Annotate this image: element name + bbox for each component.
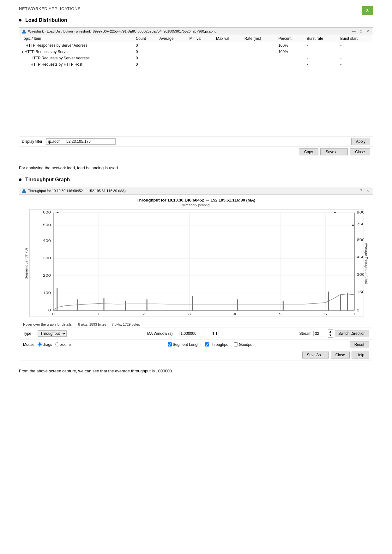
save-as-button[interactable]: Save as... xyxy=(320,148,348,155)
load-distribution-titlebar: Wireshark - Load Distribution - wireshar… xyxy=(19,28,373,35)
stream-stepper[interactable]: ▲▼ xyxy=(328,329,333,338)
tp-save-as-button[interactable]: Save As... xyxy=(302,352,329,358)
goodput-checkbox-label[interactable]: Goodput xyxy=(234,342,253,347)
tp-titlebar-controls[interactable]: ? × xyxy=(359,189,370,193)
segment-length-checkbox-label[interactable]: Segment Length xyxy=(168,342,201,347)
svg-text:0: 0 xyxy=(52,312,54,316)
row-count: 0 xyxy=(133,55,157,61)
tp-close-window-btn[interactable]: × xyxy=(365,189,370,193)
svg-text:4: 4 xyxy=(233,312,236,316)
filter-input[interactable] xyxy=(46,138,116,145)
segment-bar xyxy=(340,295,341,310)
titlebar-controls[interactable]: — □ × xyxy=(351,29,370,33)
svg-text:2: 2 xyxy=(143,312,145,316)
throughput-graph-title: Throughput Graph xyxy=(25,177,70,183)
row-percent xyxy=(276,55,304,61)
svg-text:100: 100 xyxy=(43,291,51,295)
throughput-checkbox[interactable] xyxy=(205,342,209,346)
expand-icon[interactable]: ▾ xyxy=(22,50,23,54)
reset-button[interactable]: Reset xyxy=(350,341,369,348)
svg-text:0: 0 xyxy=(48,308,51,312)
load-distribution-window-title: Wireshark - Load Distribution - wireshar… xyxy=(28,29,216,33)
zooms-radio[interactable] xyxy=(55,342,59,346)
svg-text:0: 0 xyxy=(357,308,359,312)
zooms-radio-label[interactable]: zooms xyxy=(55,342,71,347)
row-percent: 100% xyxy=(276,42,304,49)
row-maxval xyxy=(214,49,242,55)
drags-radio-label[interactable]: drags xyxy=(38,342,52,347)
apply-button[interactable]: Apply xyxy=(351,138,370,145)
svg-text:1: 1 xyxy=(97,312,100,316)
table-row[interactable]: HTTP Requests by HTTP Host 0 - - xyxy=(19,61,373,68)
stream-input[interactable] xyxy=(313,331,326,336)
row-burstrate: - xyxy=(304,55,338,61)
svg-text:4500: 4500 xyxy=(357,255,364,259)
col-header-maxval: Max val xyxy=(214,35,242,42)
row-topic: HTTP Requests by Server Address xyxy=(19,55,133,61)
copy-button[interactable]: Copy xyxy=(299,148,318,155)
svg-text:300: 300 xyxy=(43,256,51,260)
maximize-btn[interactable]: □ xyxy=(359,29,364,33)
svg-text:200: 200 xyxy=(43,274,51,277)
row-count: 0 xyxy=(133,61,157,68)
segment-length-label: Segment Length xyxy=(173,342,201,347)
row-maxval xyxy=(214,55,242,61)
svg-text:6000: 6000 xyxy=(357,238,364,242)
goodput-checkbox[interactable] xyxy=(234,342,238,346)
throughput-checkbox-label[interactable]: Throughput xyxy=(205,342,229,347)
table-row[interactable]: HTTP Requests by Server Address 0 - - xyxy=(19,55,373,61)
segment-bar xyxy=(103,298,104,310)
col-header-burststart: Burst start xyxy=(338,35,373,42)
drags-radio[interactable] xyxy=(38,342,42,346)
bullet-icon-2 xyxy=(19,178,21,181)
zooms-label: zooms xyxy=(60,342,71,347)
minimize-btn[interactable]: — xyxy=(351,29,357,33)
ma-window-input[interactable] xyxy=(179,331,204,336)
tp-wireshark-icon xyxy=(22,189,26,193)
tp-close-button[interactable]: Close xyxy=(331,352,350,358)
tp-help-button[interactable]: Help xyxy=(352,352,369,358)
row-topic: HTTP Requests by HTTP Host xyxy=(19,61,133,68)
row-burstrate: - xyxy=(304,49,338,55)
svg-text:Time (s): Time (s) xyxy=(194,316,213,316)
filter-left: Display filter: xyxy=(22,138,351,145)
throughput-window-title: Throughput for 10.10.30.146:60452 → 152.… xyxy=(28,189,126,193)
segment-length-checkbox[interactable] xyxy=(168,342,172,346)
col-header-ratems: Rate (ms) xyxy=(242,35,276,42)
controls-row-2: Mouse drags zooms Segment Length xyxy=(19,340,373,350)
body-text-1: For analysing the network load, load bal… xyxy=(19,165,373,171)
chart-container: Segment Length (B) xyxy=(23,209,369,318)
row-minval xyxy=(187,61,214,68)
checkbox-group: Segment Length Throughput Goodput xyxy=(168,342,254,347)
row-average xyxy=(157,42,187,49)
row-topic: HTTP Responses by Server Address xyxy=(19,42,133,49)
close-window-btn[interactable]: × xyxy=(365,29,370,33)
svg-text:7500: 7500 xyxy=(357,222,364,226)
load-distribution-window: Wireshark - Load Distribution - wireshar… xyxy=(19,27,373,157)
table-row[interactable]: HTTP Responses by Server Address 0 100% … xyxy=(19,42,373,49)
help-window-btn[interactable]: ? xyxy=(359,189,364,193)
drags-label: drags xyxy=(43,342,52,347)
svg-text:600: 600 xyxy=(43,210,51,214)
chart-inner[interactable]: 0 100 200 300 400 500 600 0 1500 3000 45… xyxy=(29,209,364,318)
row-count: 0 xyxy=(133,49,157,55)
y-axis-right-label: Average Throughput (bit/s) xyxy=(364,209,369,318)
svg-text:500: 500 xyxy=(43,223,51,227)
close-button[interactable]: Close xyxy=(350,148,370,155)
table-row[interactable]: ▾HTTP Requests by Server 0 100% - - xyxy=(19,49,373,55)
col-header-minval: Min val xyxy=(187,35,214,42)
data-point xyxy=(57,212,58,213)
tp-titlebar-left: Throughput for 10.10.30.146:60452 → 152.… xyxy=(22,189,126,193)
type-select[interactable]: Throughput xyxy=(38,330,67,337)
chart-title: Throughput for 10.10.30.146:60452 → 152.… xyxy=(23,198,369,202)
row-percent: 100% xyxy=(276,49,304,55)
filter-label: Display filter: xyxy=(22,139,44,144)
segment-bar xyxy=(192,296,193,310)
svg-text:6: 6 xyxy=(324,312,327,316)
row-maxval xyxy=(214,42,242,49)
switch-direction-button[interactable]: Switch Direction xyxy=(335,330,369,337)
throughput-titlebar: Throughput for 10.10.30.146:60452 → 152.… xyxy=(19,187,373,195)
ma-window-stepper[interactable]: ⬆⬇ xyxy=(211,331,219,336)
svg-text:3000: 3000 xyxy=(357,273,364,276)
load-distribution-content: Topic / Item Count Average Min val Max v… xyxy=(19,35,373,157)
